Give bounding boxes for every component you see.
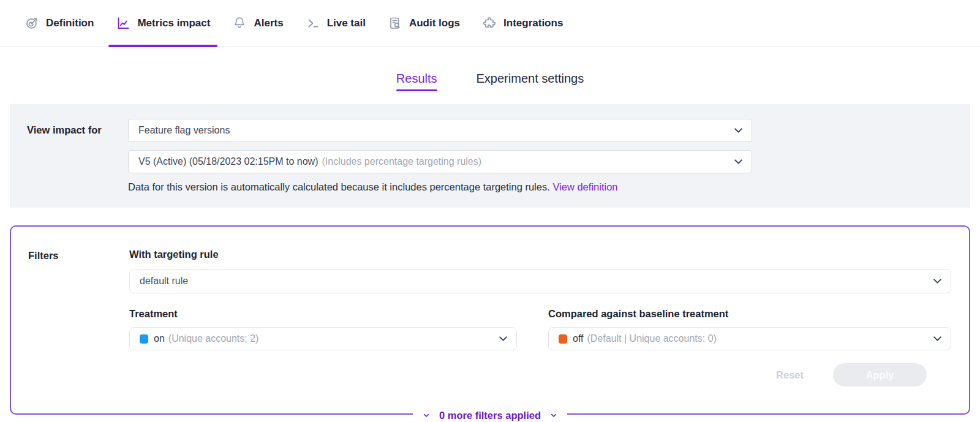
line-chart-icon xyxy=(116,16,130,31)
chevron-down-icon xyxy=(733,157,744,167)
targeting-rule-value: default rule xyxy=(140,276,188,287)
baseline-value: off xyxy=(573,333,584,344)
chevron-down-small-icon xyxy=(423,410,430,421)
tab-audit-logs-label: Audit logs xyxy=(409,17,460,29)
more-filters-toggle[interactable]: 0 more filters applied xyxy=(413,410,567,421)
treatment-value: on xyxy=(154,333,165,344)
view-definition-link[interactable]: View definition xyxy=(552,181,617,192)
chevron-down-icon xyxy=(932,334,943,344)
treatment-off-swatch xyxy=(559,334,567,344)
treatment-label: Treatment xyxy=(129,308,517,320)
tab-live-tail-label: Live tail xyxy=(327,17,366,29)
reset-button[interactable]: Reset xyxy=(776,369,804,381)
more-filters-label: 0 more filters applied xyxy=(439,410,541,421)
chevron-down-small-icon xyxy=(550,410,557,421)
flag-version-value: V5 (Active) (05/18/2023 02:15PM to now) xyxy=(138,156,318,167)
document-search-icon xyxy=(388,16,402,31)
feature-flag-tab-bar: Definition Metrics impact Alerts Live ta… xyxy=(0,0,980,47)
tab-experiment-settings[interactable]: Experiment settings xyxy=(477,72,584,91)
treatment-hint: (Unique accounts: 2) xyxy=(168,333,259,344)
tab-integrations-label: Integrations xyxy=(503,17,563,29)
chevron-down-icon xyxy=(498,334,508,344)
tab-results[interactable]: Results xyxy=(396,72,437,91)
targeting-rule-label: With targeting rule xyxy=(129,249,951,260)
apply-button[interactable]: Apply xyxy=(833,363,927,386)
tab-integrations[interactable]: Integrations xyxy=(473,0,571,47)
chevron-down-icon xyxy=(733,126,744,136)
terminal-icon xyxy=(306,16,320,31)
tab-alerts[interactable]: Alerts xyxy=(224,0,292,47)
tab-alerts-label: Alerts xyxy=(254,17,283,29)
filters-section-label: Filters xyxy=(28,249,129,386)
tab-audit-logs[interactable]: Audit logs xyxy=(379,0,469,47)
bell-icon xyxy=(232,16,247,31)
tab-definition-label: Definition xyxy=(46,17,94,29)
baseline-hint: (Default | Unique accounts: 0) xyxy=(587,333,717,344)
tab-metrics-impact[interactable]: Metrics impact xyxy=(107,0,219,47)
tab-metrics-impact-label: Metrics impact xyxy=(137,17,210,29)
targeting-rule-dropdown[interactable]: default rule xyxy=(129,269,951,293)
version-note-text: Data for this version is automatically c… xyxy=(128,181,550,192)
flag-version-hint: (Includes percentage targeting rules) xyxy=(322,156,482,167)
tab-live-tail[interactable]: Live tail xyxy=(297,0,374,47)
impact-type-value: Feature flag versions xyxy=(138,125,230,136)
view-impact-label: View impact for xyxy=(10,119,128,193)
tab-definition[interactable]: Definition xyxy=(16,0,102,47)
filters-panel: Filters With targeting rule default rule… xyxy=(10,225,970,415)
puzzle-icon xyxy=(482,16,497,31)
treatment-on-swatch xyxy=(140,334,148,344)
flag-version-dropdown[interactable]: V5 (Active) (05/18/2023 02:15PM to now) … xyxy=(128,150,752,173)
results-tab-bar: Results Experiment settings xyxy=(0,72,980,91)
baseline-treatment-label: Compared against baseline treatment xyxy=(548,308,951,320)
impact-type-dropdown[interactable]: Feature flag versions xyxy=(128,119,752,142)
view-impact-panel: View impact for Feature flag versions V5… xyxy=(10,104,970,208)
treatment-dropdown[interactable]: on (Unique accounts: 2) xyxy=(129,327,517,350)
baseline-treatment-dropdown[interactable]: off (Default | Unique accounts: 0) xyxy=(548,327,951,350)
bullseye-arrow-icon xyxy=(24,16,39,31)
chevron-down-icon xyxy=(932,276,943,287)
